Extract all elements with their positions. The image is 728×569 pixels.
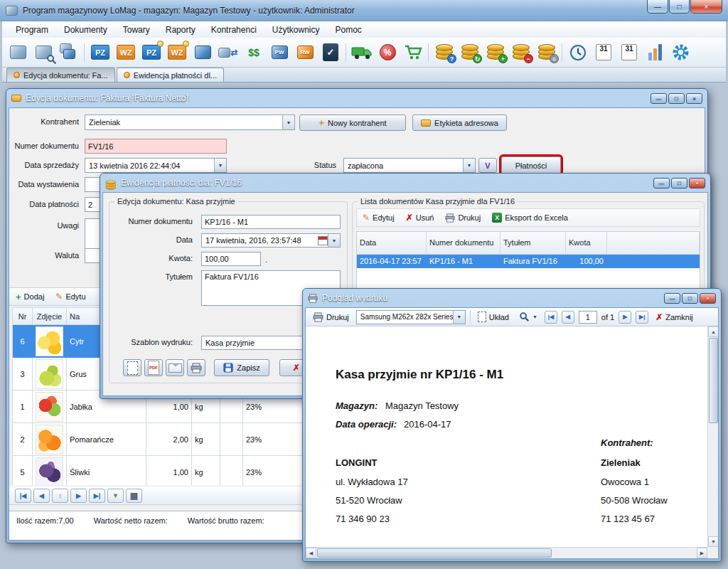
history-clock-icon[interactable] — [565, 40, 591, 65]
grid-view-button[interactable]: ▦ — [126, 489, 142, 503]
menu-towary[interactable]: Towary — [115, 23, 158, 37]
nav-first-button[interactable]: |◀ — [15, 489, 31, 503]
pz-correction-icon[interactable]: PZ — [139, 40, 164, 65]
calendar-icon[interactable]: 31 — [591, 40, 616, 65]
list-edytuj-button[interactable]: ✎Edytuj — [363, 213, 395, 223]
tab-edycja-dokumentu[interactable]: Edycja dokumentu: Fa... — [6, 68, 115, 82]
numer-dokumentu-field[interactable]: FV1/16 — [85, 139, 227, 154]
invoice-minimize-button[interactable]: — — [651, 93, 667, 104]
print-preview-button[interactable] — [123, 359, 141, 376]
maximize-button[interactable]: □ — [669, 0, 690, 14]
scroll-down-button[interactable]: ▼ — [708, 536, 719, 547]
menu-program[interactable]: Program — [8, 23, 56, 37]
list-usun-button[interactable]: ✗Usuń — [406, 213, 434, 223]
rw-document-icon[interactable]: RW — [292, 40, 318, 65]
kontrahent-combobox[interactable]: Zieleniak ▼ — [85, 115, 295, 130]
header-nr[interactable]: Nr — [13, 308, 33, 325]
data-sprzedazy-picker[interactable]: 13 kwietnia 2016 22:44:04 ▼ — [85, 158, 227, 173]
reports-chart-icon[interactable] — [642, 40, 668, 65]
preview-titlebar[interactable]: Podgląd wydruku — □ × — [305, 289, 719, 307]
payments-list-icon[interactable]: ≡ — [534, 40, 560, 65]
preview-drukuj-button[interactable]: Drukuj — [310, 311, 352, 324]
page-next-button[interactable]: ▶ — [619, 311, 631, 324]
payment-row[interactable]: 2016-04-17 23:57 KP1/16 - M1 Faktura FV1… — [357, 255, 700, 268]
preview-close-button[interactable]: × — [700, 293, 716, 304]
page-number-field[interactable]: 1 — [579, 311, 597, 324]
nav-prev-button[interactable]: ◀ — [33, 489, 50, 503]
list-eksport-excel-button[interactable]: XEksport do Excela — [492, 213, 568, 223]
list-drukuj-button[interactable]: Drukuj — [445, 213, 481, 223]
find-item-icon[interactable] — [31, 40, 56, 65]
stocktaking-icon[interactable]: ✓ — [318, 40, 343, 65]
nav-next-button[interactable]: ▶ — [70, 489, 87, 503]
zoom-button[interactable]: ▼ — [516, 310, 540, 324]
page-prev-button[interactable]: ◀ — [562, 311, 574, 324]
payments-remove-icon[interactable]: − — [508, 40, 534, 65]
export-pdf-button[interactable]: PDF — [144, 359, 163, 376]
scroll-right-button[interactable]: ▶ — [697, 548, 707, 558]
vertical-scroll-thumb[interactable] — [709, 338, 718, 423]
verify-payment-button[interactable]: V — [478, 158, 497, 173]
zapisz-button[interactable]: Zapisz — [214, 359, 269, 376]
menu-raporty[interactable]: Raporty — [158, 23, 203, 37]
zamknij-button[interactable]: ✗ Zamknij — [653, 311, 696, 324]
chevron-down-icon[interactable]: ▼ — [463, 159, 475, 172]
kp-data-picker[interactable]: 17 kwietnia, 2016, 23:57:48 ▼ — [201, 233, 341, 248]
discounts-icon[interactable]: % — [375, 40, 400, 65]
edytuj-button[interactable]: ✎Edytu — [55, 292, 85, 302]
filter-funnel-button[interactable]: ▼ — [107, 489, 124, 503]
etykieta-adresowa-button[interactable]: Etykieta adresowa — [412, 115, 507, 131]
menu-uzytkownicy[interactable]: Użytkownicy — [264, 23, 328, 37]
payments-search-icon[interactable]: ? — [432, 40, 457, 65]
minimize-button[interactable]: — — [647, 0, 668, 14]
menu-pomoc[interactable]: Pomoc — [328, 23, 370, 37]
pz-document-icon[interactable]: PZ — [87, 40, 113, 65]
close-button[interactable]: × — [690, 0, 722, 14]
chevron-down-icon[interactable]: ▼ — [214, 159, 226, 172]
preview-minimize-button[interactable]: — — [664, 293, 680, 304]
menu-dokumenty[interactable]: Dokumenty — [56, 23, 115, 37]
dodaj-button[interactable]: +Dodaj — [16, 292, 44, 302]
chevron-down-icon[interactable]: ▼ — [328, 234, 340, 247]
delivery-truck-icon[interactable] — [349, 40, 375, 65]
tab-ewidencja-platnosci[interactable]: Ewidencja płatności dl... — [117, 68, 224, 82]
payments-exchange-icon[interactable]: ↻ — [457, 40, 483, 65]
kp-numer-field[interactable]: KP1/16 - M1 — [201, 215, 341, 229]
nowy-kontrahent-button[interactable]: + Nowy kontrahent — [299, 115, 406, 131]
items-list-icon[interactable] — [56, 40, 82, 65]
wz-correction-icon[interactable]: WZ — [164, 40, 190, 65]
scroll-up-button[interactable]: ▲ — [708, 326, 719, 337]
status-combobox[interactable]: zapłacona ▼ — [343, 158, 476, 173]
nav-last-button[interactable]: ▶| — [89, 489, 105, 503]
header-kwota[interactable]: Kwota — [566, 232, 607, 255]
wz-document-icon[interactable]: WZ — [113, 40, 139, 65]
invoice-close-button[interactable]: × — [686, 93, 702, 104]
horizontal-scrollbar[interactable]: ◀ ▶ — [306, 547, 707, 558]
settings-gear-icon[interactable] — [668, 40, 693, 65]
horizontal-scroll-thumb[interactable] — [317, 548, 552, 558]
scroll-left-button[interactable]: ◀ — [306, 548, 316, 558]
send-email-button[interactable] — [166, 359, 184, 376]
prices-icon[interactable]: $$ — [241, 40, 267, 65]
menu-kontrahenci[interactable]: Kontrahenci — [203, 23, 264, 37]
header-zdjecie[interactable]: Zdjęcie — [33, 308, 67, 325]
nav-updown-button[interactable]: ↕ — [52, 489, 68, 503]
kp-kwota-field[interactable]: 100,00 — [201, 252, 261, 266]
preview-maximize-button[interactable]: □ — [682, 293, 698, 304]
sales-cart-icon[interactable] — [400, 40, 426, 65]
page-first-button[interactable]: |◀ — [545, 311, 557, 324]
payments-add-icon[interactable]: + — [483, 40, 508, 65]
invoice-titlebar[interactable]: Edycja dokumentu: Faktura [Faktura Netto… — [9, 89, 705, 107]
chevron-down-icon[interactable]: ▼ — [453, 311, 465, 324]
pw-document-icon[interactable]: PW — [267, 40, 292, 65]
chevron-down-icon[interactable]: ▼ — [282, 115, 294, 129]
payment-minimize-button[interactable]: — — [653, 178, 670, 188]
calendar-alt-icon[interactable]: 31 — [616, 40, 642, 65]
payment-maximize-button[interactable]: □ — [671, 178, 687, 188]
header-tytulem[interactable]: Tytułem — [500, 232, 566, 255]
invoice-maximize-button[interactable]: □ — [668, 93, 685, 104]
vertical-scrollbar[interactable]: ▲ ▼ — [707, 326, 718, 547]
inventory-cube-icon[interactable] — [190, 40, 215, 65]
header-data[interactable]: Data — [357, 232, 427, 255]
printer-settings-button[interactable] — [187, 359, 205, 376]
